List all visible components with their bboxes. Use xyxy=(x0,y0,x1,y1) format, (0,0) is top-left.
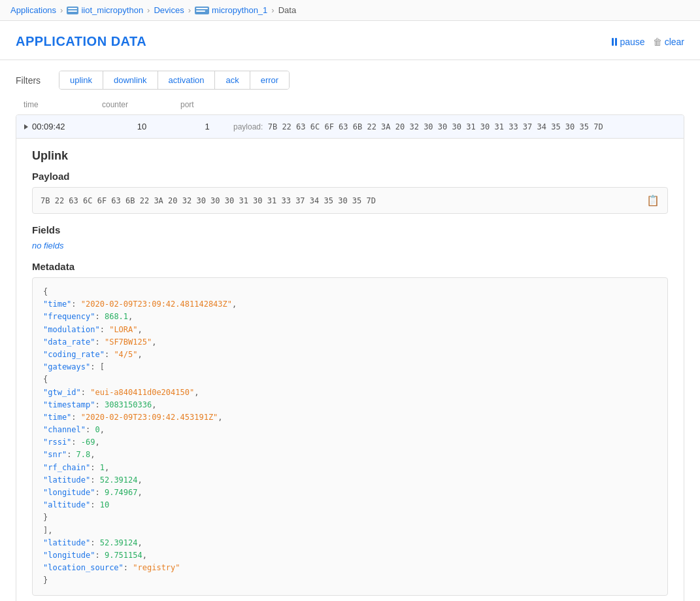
clear-button[interactable]: 🗑 clear xyxy=(653,37,684,47)
page-header: APPLICATION DATA pause 🗑 clear xyxy=(0,21,700,60)
filter-tab-error[interactable]: error xyxy=(250,71,289,89)
row-counter: 10 xyxy=(103,122,181,131)
filters-label: Filters xyxy=(16,75,48,86)
breadcrumb-sep-4: › xyxy=(271,5,274,15)
breadcrumb-sep-3: › xyxy=(188,5,191,15)
filter-tab-activation[interactable]: activation xyxy=(158,71,216,89)
trash-icon: 🗑 xyxy=(653,37,662,47)
expanded-content: Uplink Payload 7B 22 63 6C 6F 63 6B 22 3… xyxy=(16,139,684,601)
uplink-title: Uplink xyxy=(32,149,668,163)
svg-rect-1 xyxy=(196,8,208,9)
col-time: time xyxy=(24,100,102,109)
expand-icon xyxy=(24,124,28,129)
pause-icon xyxy=(612,38,617,46)
payload-hex-full: 7B 22 63 6C 6F 63 6B 22 3A 20 32 30 30 3… xyxy=(41,196,376,205)
payload-label: payload: xyxy=(233,122,263,131)
row-port: 1 xyxy=(181,122,233,131)
table-row[interactable]: 00:09:42 10 1 payload: 7B 22 63 6C 6F 63… xyxy=(16,115,684,139)
data-panel: 00:09:42 10 1 payload: 7B 22 63 6C 6F 63… xyxy=(16,114,684,601)
table-header: time counter port xyxy=(16,97,684,112)
app-icon-1 xyxy=(67,7,78,14)
filters-row: Filters uplink downlink activation ack e… xyxy=(16,71,684,90)
copy-icon[interactable]: 📋 xyxy=(646,194,659,207)
no-fields-text: no fields xyxy=(32,241,668,250)
payload-box: 7B 22 63 6C 6F 63 6B 22 3A 20 32 30 30 3… xyxy=(32,187,668,214)
breadcrumb-sep-1: › xyxy=(60,5,63,15)
breadcrumb-devices[interactable]: Devices xyxy=(154,5,184,15)
clear-label: clear xyxy=(665,37,684,47)
breadcrumb-app-name[interactable]: iiot_micropython xyxy=(81,5,143,15)
breadcrumb-sep-2: › xyxy=(147,5,150,15)
filter-tabs: uplink downlink activation ack error xyxy=(59,71,290,90)
pause-button[interactable]: pause xyxy=(612,37,644,47)
metadata-subtitle: Metadata xyxy=(32,261,668,272)
metadata-box: { "time": "2020-02-09T23:09:42.481142843… xyxy=(32,277,668,596)
col-port: port xyxy=(180,100,233,109)
page-title: APPLICATION DATA xyxy=(16,34,146,49)
row-time: 00:09:42 xyxy=(24,122,103,131)
fields-subtitle: Fields xyxy=(32,224,668,235)
col-counter: counter xyxy=(102,100,180,109)
main-content: Filters uplink downlink activation ack e… xyxy=(0,60,700,601)
filter-tab-uplink[interactable]: uplink xyxy=(59,71,103,89)
svg-rect-2 xyxy=(196,10,205,12)
pause-label: pause xyxy=(620,37,644,47)
metadata-section: Metadata { "time": "2020-02-09T23:09:42.… xyxy=(32,261,668,596)
filter-tab-ack[interactable]: ack xyxy=(215,71,250,89)
payload-hex-short: 7B 22 63 6C 6F 63 6B 22 3A 20 32 30 30 3… xyxy=(268,122,603,131)
breadcrumb: Applications › iiot_micropython › Device… xyxy=(0,0,700,21)
breadcrumb-applications[interactable]: Applications xyxy=(10,5,56,15)
filter-tab-downlink[interactable]: downlink xyxy=(103,71,158,89)
header-actions: pause 🗑 clear xyxy=(612,37,684,47)
device-icon xyxy=(195,6,209,15)
col-payload xyxy=(233,100,676,109)
row-payload: payload: 7B 22 63 6C 6F 63 6B 22 3A 20 3… xyxy=(233,122,676,131)
fields-section: Fields no fields xyxy=(32,224,668,250)
payload-subtitle: Payload xyxy=(32,171,668,182)
breadcrumb-data: Data xyxy=(278,5,296,15)
breadcrumb-device-name[interactable]: micropython_1 xyxy=(212,5,267,15)
